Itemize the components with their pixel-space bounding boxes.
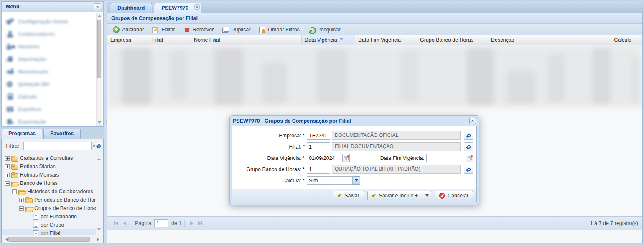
- tree-item-banco-de-horas[interactable]: Banco de Horas: [2, 179, 96, 187]
- expand-icon[interactable]: [5, 156, 10, 161]
- tab-dashboard[interactable]: Dashboard: [110, 3, 152, 13]
- grupo-banco-horas-lookup-button[interactable]: [464, 165, 473, 174]
- tree-horizontal-scrollbar[interactable]: [2, 236, 103, 242]
- tree-item-grupos[interactable]: Grupos de Banco de Horas: [2, 204, 96, 212]
- tree-item-historicos[interactable]: Históricos de Colaboradores: [2, 187, 96, 196]
- column-header-empresa[interactable]: Empresa: [107, 35, 149, 45]
- folder-open-icon: [18, 189, 25, 194]
- pesquisar-button[interactable]: Pesquisar: [305, 25, 344, 34]
- main-tabbar: Dashboard PSEW7970: [107, 1, 643, 13]
- menu-item-horarios[interactable]: Horários: [6, 40, 95, 53]
- tree-item-cadastros[interactable]: Cadastros e Consultas: [2, 154, 96, 162]
- collapse-sidebar-icon[interactable]: [94, 3, 101, 10]
- grupo-banco-horas-code-input[interactable]: [307, 165, 330, 174]
- cancelar-button[interactable]: Cancelar: [435, 191, 473, 200]
- column-header-filial[interactable]: Filial: [149, 35, 191, 45]
- sidebar-splitter[interactable]: [104, 1, 107, 243]
- scrollbar-thumb[interactable]: [8, 237, 90, 242]
- scrollbar-thumb[interactable]: [97, 20, 101, 78]
- menu-item-configuracao[interactable]: Configuração Inicial: [6, 15, 95, 28]
- collapse-icon[interactable]: [19, 206, 24, 211]
- expand-icon[interactable]: [19, 198, 24, 202]
- salvar-e-incluir-button[interactable]: Salvar e Incluir +: [367, 191, 431, 200]
- duplicar-button[interactable]: Duplicar: [219, 25, 254, 34]
- menu-item-importacao[interactable]: Importação: [6, 53, 95, 66]
- filter-clear-button[interactable]: [92, 142, 97, 150]
- tab-close-icon[interactable]: [194, 4, 200, 10]
- expand-icon[interactable]: [5, 173, 10, 177]
- clock-icon: [6, 81, 14, 88]
- scroll-right-icon[interactable]: [97, 238, 101, 241]
- gears-icon: [6, 18, 14, 25]
- menu-panel: Menu Configuração Inicial Colaboradores …: [1, 1, 104, 127]
- calcula-combobox[interactable]: [307, 176, 353, 185]
- data-vigencia-input[interactable]: [307, 154, 343, 162]
- data-vigencia-calendar-button[interactable]: [343, 154, 350, 162]
- data-fim-vigencia-calendar-button[interactable]: [466, 154, 473, 162]
- tab-psew7970[interactable]: PSEW7970: [154, 3, 201, 13]
- first-page-icon[interactable]: [114, 221, 118, 225]
- page-label: Página: [135, 220, 151, 226]
- page-number-input[interactable]: [154, 219, 168, 227]
- filial-lookup-button[interactable]: [464, 142, 473, 151]
- tree-item-por-grupo[interactable]: por Grupo: [2, 221, 96, 229]
- filial-code-input[interactable]: [307, 142, 330, 151]
- dialog-body: Empresa: * DOCUMENTAÇÃO OFICIAL Filial: …: [232, 126, 477, 202]
- collapse-icon[interactable]: [12, 189, 17, 194]
- empresa-description: DOCUMENTAÇÃO OFICIAL: [332, 131, 461, 140]
- split-dropdown-button[interactable]: [423, 191, 431, 200]
- menu-item-espelhos[interactable]: Espelhos: [6, 103, 95, 116]
- column-header-nome-filial[interactable]: Nome Filial: [191, 35, 302, 45]
- tree-item-por-filial[interactable]: por Filial: [2, 229, 96, 235]
- scroll-up-icon[interactable]: [97, 156, 101, 160]
- check-icon: [372, 192, 377, 199]
- empresa-code-input[interactable]: [307, 131, 330, 140]
- scroll-down-icon[interactable]: [97, 228, 101, 232]
- tree-item-periodos[interactable]: Períodos de Banco de Horas: [2, 196, 96, 204]
- column-header-descricao[interactable]: Descrição: [488, 35, 596, 45]
- clear-filters-icon: [259, 26, 265, 33]
- menu-item-quitacao-bh[interactable]: Quitação BH: [6, 78, 95, 91]
- last-page-icon[interactable]: [198, 221, 202, 225]
- menu-item-exportacao[interactable]: Exportação: [6, 116, 95, 126]
- column-header-calcula[interactable]: Calcula: [596, 35, 642, 45]
- empresa-lookup-button[interactable]: [464, 131, 473, 140]
- menu-item-manutencao[interactable]: Manutenção: [6, 66, 95, 78]
- dialog-title: PSEW7970 - Grupos de Compensação por Fil…: [233, 118, 351, 124]
- menu-scrollbar[interactable]: [96, 13, 102, 126]
- tree-item-rotinas-mensais[interactable]: Rotinas Mensais: [2, 171, 96, 179]
- dialog-form: Empresa: * DOCUMENTAÇÃO OFICIAL Filial: …: [232, 126, 476, 189]
- data-fim-vigencia-input[interactable]: [426, 154, 466, 162]
- tree-item-rotinas-diarias[interactable]: Rotinas Diárias: [2, 162, 96, 171]
- column-header-data-vigencia[interactable]: Data Vigência: [302, 35, 355, 45]
- column-header-grupo-banco-horas[interactable]: Grupo Banco de Horas: [417, 35, 488, 45]
- menu-item-calculo[interactable]: Cálculo: [6, 91, 95, 103]
- adicionar-button[interactable]: Adicionar: [109, 25, 147, 34]
- dialog-titlebar[interactable]: PSEW7970 - Grupos de Compensação por Fil…: [230, 116, 479, 126]
- magnifier-icon: [467, 134, 471, 137]
- column-header-data-fim-vigencia[interactable]: Data Fim Vigência: [355, 35, 417, 45]
- menu-item-colaboradores[interactable]: Colaboradores: [6, 28, 95, 40]
- data-fim-vigencia-label: Data Fim Vigência:: [350, 155, 426, 161]
- filter-input[interactable]: [23, 142, 92, 150]
- salvar-button[interactable]: Salvar: [333, 191, 364, 200]
- scroll-left-icon[interactable]: [4, 238, 8, 241]
- filter-search-button[interactable]: [97, 142, 102, 150]
- scroll-up-icon[interactable]: [98, 15, 101, 17]
- previous-page-icon[interactable]: [123, 221, 126, 225]
- magnifier-icon: [467, 168, 471, 171]
- tab-favoritos[interactable]: Favoritos: [43, 129, 80, 139]
- tree-item-por-funcionario[interactable]: por Funcionário: [2, 212, 96, 221]
- dialog-close-icon[interactable]: [469, 118, 476, 124]
- combo-dropdown-button[interactable]: [353, 176, 360, 185]
- tab-programas[interactable]: Programas: [2, 129, 42, 139]
- expand-icon[interactable]: [5, 164, 10, 169]
- next-page-icon[interactable]: [190, 221, 193, 225]
- editar-button[interactable]: Editar: [149, 25, 178, 34]
- menu-items-blurred: Configuração Inicial Colaboradores Horár…: [6, 15, 95, 126]
- limpar-filtros-button[interactable]: Limpar Filtros: [255, 25, 303, 34]
- collapse-icon[interactable]: [5, 181, 10, 186]
- scroll-down-icon[interactable]: [98, 121, 101, 124]
- paging-toolbar: Página de 1 1 à 7 de 7 registro(s): [107, 216, 642, 230]
- remover-button[interactable]: Remover: [180, 25, 217, 34]
